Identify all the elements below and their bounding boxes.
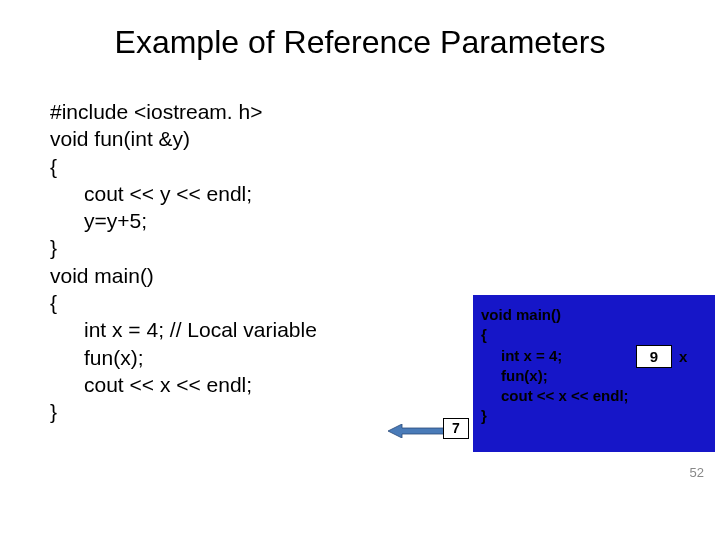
slide-title: Example of Reference Parameters	[0, 0, 720, 77]
code-line: fun(x);	[50, 344, 317, 371]
step-counter-box: 7	[443, 418, 469, 439]
panel-line: }	[481, 406, 707, 426]
code-line: void main()	[50, 262, 317, 289]
panel-line: int x = 4;	[481, 346, 707, 366]
panel-line: void main()	[481, 305, 707, 325]
code-line: y=y+5;	[50, 207, 317, 234]
execution-panel: void main() { int x = 4; fun(x); cout <<…	[473, 295, 715, 452]
svg-marker-0	[388, 424, 444, 438]
code-line: }	[50, 234, 317, 261]
code-line: int x = 4; // Local variable	[50, 316, 317, 343]
code-line: cout << x << endl;	[50, 371, 317, 398]
variable-value-box: 9	[636, 345, 672, 368]
code-line: {	[50, 153, 317, 180]
slide-number: 52	[690, 465, 704, 480]
code-line: {	[50, 289, 317, 316]
panel-line: fun(x);	[481, 366, 707, 386]
panel-line: {	[481, 325, 707, 345]
arrow-left-icon	[388, 424, 444, 438]
code-line: cout << y << endl;	[50, 180, 317, 207]
code-line: void fun(int &y)	[50, 125, 317, 152]
main-code-block: #include <iostream. h> void fun(int &y) …	[50, 98, 317, 426]
panel-line: cout << x << endl;	[481, 386, 707, 406]
variable-name-label: x	[679, 348, 687, 365]
code-line: #include <iostream. h>	[50, 98, 317, 125]
code-line: }	[50, 398, 317, 425]
